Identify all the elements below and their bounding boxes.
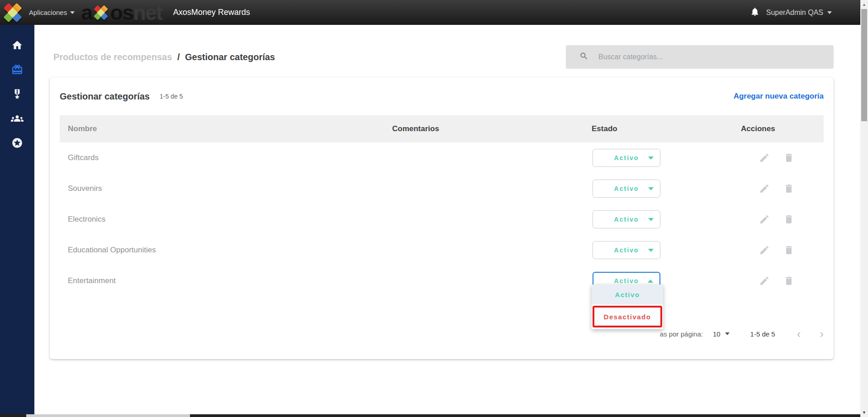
pagination-range: 1-5 de 5 [750, 330, 775, 338]
scroll-up-arrow-icon[interactable]: ▲ [860, 1, 868, 8]
applications-menu[interactable]: Aplicaciones [29, 9, 75, 16]
chevron-down-icon [648, 218, 654, 221]
chevron-up-icon [648, 280, 653, 283]
status-label: Activo [614, 277, 639, 284]
watermark-a: a [81, 0, 92, 25]
table-row: Giftcards Activo [60, 142, 824, 173]
medal-icon [11, 88, 23, 102]
status-label: Activo [614, 216, 639, 223]
vertical-scrollbar[interactable]: ▲ ▼ [860, 0, 868, 417]
axosnet-watermark: a os net [81, 0, 162, 25]
add-category-link[interactable]: Agregar nueva categoría [734, 92, 824, 101]
breadcrumb-parent[interactable]: Productos de recompensas [53, 52, 172, 62]
sidebar-nav [0, 25, 34, 414]
groups-icon [11, 112, 24, 127]
status-dropdown-button[interactable]: Activo [593, 241, 660, 259]
search-input[interactable] [598, 53, 825, 61]
user-menu-label: SuperAdmin QAS [766, 9, 823, 17]
edit-button[interactable] [759, 214, 770, 225]
category-name: Electronics [60, 215, 392, 224]
horizontal-scrollbar-thumb[interactable] [26, 414, 190, 417]
category-name: Educational Opportunities [60, 246, 392, 255]
scroll-down-arrow-icon[interactable]: ▼ [860, 409, 868, 416]
per-page-value: 10 [713, 330, 721, 338]
card-range-label: 1-5 de 5 [160, 93, 183, 100]
app-title: AxosMoney Rewards [173, 8, 250, 17]
applications-menu-label: Aplicaciones [29, 9, 67, 16]
search-box[interactable] [566, 45, 834, 69]
sidebar-item-achievements[interactable] [0, 83, 34, 107]
column-header-name: Nombre [60, 124, 392, 133]
delete-button[interactable] [783, 245, 794, 256]
sidebar-item-users[interactable] [0, 107, 34, 132]
sidebar-item-featured[interactable] [0, 132, 34, 156]
chevron-down-icon [70, 11, 75, 14]
red-annotation-box: Desactivado [593, 306, 662, 327]
star-circle-icon [11, 137, 23, 151]
status-dropdown-button[interactable]: Activo [593, 149, 660, 167]
categories-card: Gestionar categorías 1-5 de 5 Agregar nu… [50, 77, 834, 359]
pagination: as por página: 10 1-5 de 5 ‹ › [660, 325, 824, 343]
status-dropdown-button[interactable]: Activo [593, 180, 660, 198]
column-header-comments: Comentarios [392, 124, 592, 133]
notifications-bell-icon[interactable] [750, 7, 760, 19]
diamond-x-watermark-icon [93, 5, 109, 20]
card-title: Gestionar categorías [60, 91, 150, 102]
menu-item-activo[interactable]: Activo [592, 284, 663, 304]
table-row: Educational Opportunities Activo [60, 235, 824, 265]
chevron-down-icon [648, 249, 654, 252]
table-row: Souvenirs Activo [60, 173, 824, 204]
edit-button[interactable] [759, 245, 770, 256]
category-name: Giftcards [60, 153, 392, 162]
per-page-select[interactable]: 10 [713, 330, 730, 338]
diamond-x-logo-icon [3, 3, 23, 23]
search-icon [579, 52, 588, 62]
chevron-down-icon [725, 332, 730, 335]
table-header: Nombre Comentarios Estado Acciones [60, 115, 824, 142]
axosnet-logo[interactable] [0, 0, 25, 25]
status-label: Activo [614, 246, 639, 254]
next-page-button[interactable]: › [820, 328, 824, 340]
status-dropdown-menu: Activo Desactivado [592, 284, 663, 329]
edit-button[interactable] [759, 275, 770, 286]
delete-button[interactable] [783, 214, 794, 225]
main-content: Productos de recompensas / Gestionar cat… [34, 25, 860, 414]
column-header-actions: Acciones [741, 124, 824, 133]
delete-button[interactable] [783, 275, 794, 286]
category-name: Entertainment [60, 276, 392, 285]
watermark-os: os [110, 0, 133, 25]
status-label: Activo [614, 154, 639, 161]
per-page-label: as por página: [660, 330, 703, 338]
giftcard-icon [11, 64, 23, 77]
status-label: Activo [614, 185, 639, 192]
sidebar-item-home[interactable] [0, 34, 34, 58]
status-dropdown-button[interactable]: Activo [593, 210, 660, 228]
edit-button[interactable] [759, 152, 770, 163]
horizontal-scrollbar[interactable] [0, 414, 860, 417]
top-app-bar: Aplicaciones a os net AxosMoney Rewards … [0, 0, 868, 25]
chevron-down-icon [827, 11, 832, 14]
breadcrumb-current: Gestionar categorías [185, 52, 275, 62]
column-header-status: Estado [592, 124, 741, 133]
user-menu[interactable]: SuperAdmin QAS [766, 9, 832, 17]
edit-button[interactable] [759, 183, 770, 194]
table-row: Entertainment Activo Activo Desactivado [60, 265, 824, 296]
previous-page-button[interactable]: ‹ [797, 328, 801, 340]
chevron-down-icon [648, 156, 654, 160]
delete-button[interactable] [783, 183, 794, 194]
delete-button[interactable] [783, 152, 794, 163]
sidebar-item-rewards[interactable] [0, 58, 34, 83]
table-row: Electronics Activo [60, 204, 824, 235]
menu-item-desactivado[interactable]: Desactivado [594, 308, 660, 326]
category-name: Souvenirs [60, 184, 392, 193]
home-icon [11, 39, 23, 53]
watermark-net: net [133, 0, 162, 25]
chevron-down-icon [648, 187, 654, 190]
breadcrumb: Productos de recompensas / Gestionar cat… [53, 52, 275, 62]
breadcrumb-separator: / [177, 52, 180, 62]
vertical-scrollbar-thumb[interactable] [861, 9, 867, 121]
